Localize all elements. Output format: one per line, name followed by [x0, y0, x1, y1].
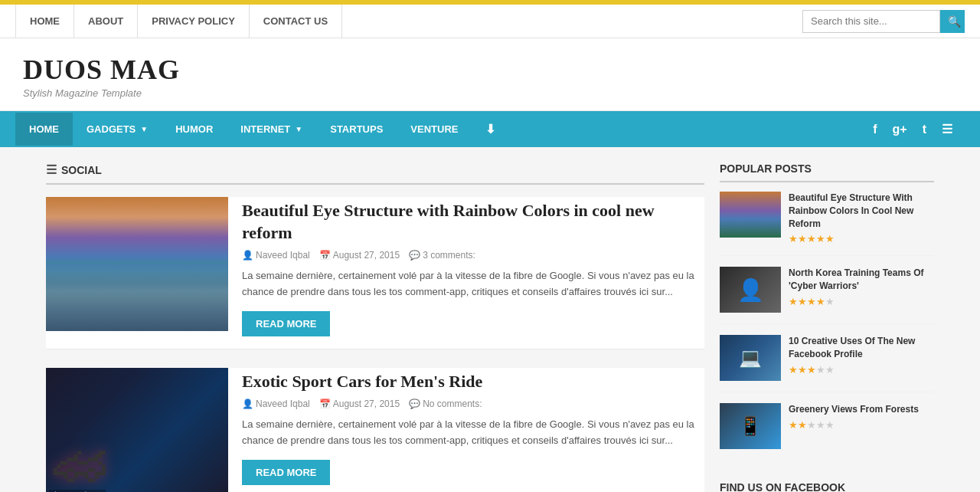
- nav-item-internet[interactable]: INTERNET ▼: [227, 113, 316, 146]
- popular-post-1: Beautiful Eye Structure With Rainbow Col…: [720, 192, 934, 256]
- star-empty-3: ★★: [816, 364, 835, 376]
- section-heading-social: ☰ SOCIAL: [46, 162, 704, 185]
- bars-icon: ☰: [46, 162, 57, 177]
- main-content: ☰ SOCIAL Beautiful Eye Structure with Ra…: [46, 162, 704, 492]
- article-title-1[interactable]: Beautiful Eye Structure with Rainbow Col…: [242, 200, 704, 244]
- stars-1: ★★★★★: [789, 233, 934, 244]
- pop-thumb-2: 👤: [720, 267, 781, 313]
- stars-4: ★★★★★: [789, 419, 934, 431]
- pop-title-2[interactable]: North Korea Training Teams Of 'Cyber War…: [789, 267, 934, 293]
- article-meta-2: 👤 Naveed Iqbal 📅 August 27, 2015 💬 No co…: [242, 399, 704, 409]
- download-icon: ⬇: [485, 122, 495, 136]
- facebook-section: FIND US ON FACEBOOK: [720, 481, 934, 492]
- facebook-icon-link[interactable]: f: [868, 116, 881, 143]
- calendar-icon-2: 📅: [319, 399, 331, 409]
- nav-item-startups[interactable]: STARTUPS: [316, 113, 397, 146]
- twitter-icon-link[interactable]: t: [918, 116, 931, 143]
- thumb-mountain-img: [46, 197, 228, 331]
- top-bar: HOME ABOUT PRIVACY POLICY CONTACT US 🔍: [0, 5, 980, 38]
- sthumb-phone-4: 📱: [720, 403, 781, 449]
- nav-item-home[interactable]: HOME: [15, 113, 73, 146]
- main-nav: HOME GADGETS ▼ HUMOR INTERNET ▼ STARTUPS…: [0, 111, 980, 147]
- popular-post-3: 💻 10 Creative Uses Of The New Facebook P…: [720, 335, 934, 392]
- author-1: 👤 Naveed Iqbal: [242, 250, 310, 261]
- thumb-car-img: shutterstock.com: [46, 368, 228, 492]
- pop-title-1[interactable]: Beautiful Eye Structure With Rainbow Col…: [789, 192, 934, 230]
- article-meta-1: 👤 Naveed Iqbal 📅 August 27, 2015 💬 3 com…: [242, 250, 704, 261]
- section-label: SOCIAL: [61, 164, 102, 176]
- nav-item-venture[interactable]: VENTURE: [397, 113, 472, 146]
- main-nav-left: HOME GADGETS ▼ HUMOR INTERNET ▼ STARTUPS…: [15, 111, 509, 147]
- article-excerpt-2: La semaine dernière, certainement volé p…: [242, 417, 704, 449]
- date-2: 📅 August 27, 2015: [319, 399, 400, 409]
- pop-thumb-1: [720, 192, 781, 238]
- search-wrap: 🔍: [802, 10, 965, 33]
- search-input[interactable]: [802, 10, 940, 33]
- date-1: 📅 August 27, 2015: [319, 250, 400, 261]
- author-icon: 👤: [242, 250, 253, 261]
- nav-privacy[interactable]: PRIVACY POLICY: [138, 5, 250, 38]
- popular-post-2: 👤 North Korea Training Teams Of 'Cyber W…: [720, 267, 934, 324]
- googleplus-icon-link[interactable]: g+: [888, 116, 912, 143]
- article-thumb-2: shutterstock.com: [46, 368, 228, 492]
- site-title: DUOS MAG: [23, 54, 957, 86]
- social-icons: f g+ t ☰: [868, 116, 965, 143]
- pop-info-3: 10 Creative Uses Of The New Facebook Pro…: [789, 335, 934, 381]
- comments-1: 💬 3 comments:: [409, 250, 475, 261]
- pop-title-4[interactable]: Greenery Views From Forests: [789, 403, 934, 416]
- article-card-2: shutterstock.com Exotic Sport Cars for M…: [46, 368, 704, 492]
- star-empty: ★: [825, 296, 835, 307]
- pop-thumb-3: 💻: [720, 335, 781, 381]
- chevron-icon: ▼: [295, 125, 302, 133]
- sthumb-computer-3: 💻: [720, 335, 781, 381]
- article-excerpt-1: La semaine dernière, certainement volé p…: [242, 268, 704, 300]
- chevron-icon: ▼: [140, 125, 148, 133]
- comments-2: 💬 No comments:: [409, 399, 482, 409]
- comment-icon-2: 💬: [409, 399, 420, 409]
- rss-icon-link[interactable]: ☰: [937, 116, 957, 143]
- site-subtitle: Stylish Magazine Template: [23, 87, 957, 99]
- comment-icon: 💬: [409, 250, 420, 261]
- popular-posts-section: POPULAR POSTS Beautiful Eye Structure Wi…: [720, 162, 934, 460]
- stars-3: ★★★★★: [789, 364, 934, 376]
- pop-thumb-4: 📱: [720, 403, 781, 449]
- pop-info-1: Beautiful Eye Structure With Rainbow Col…: [789, 192, 934, 244]
- search-button[interactable]: 🔍: [940, 10, 965, 33]
- facebook-heading: FIND US ON FACEBOOK: [720, 481, 934, 492]
- article-title-2[interactable]: Exotic Sport Cars for Men's Ride: [242, 371, 704, 393]
- stars-2: ★★★★★: [789, 296, 934, 307]
- article-card-1: Beautiful Eye Structure with Rainbow Col…: [46, 197, 704, 349]
- read-more-btn-1[interactable]: READ MORE: [242, 311, 330, 336]
- pop-title-3[interactable]: 10 Creative Uses Of The New Facebook Pro…: [789, 335, 934, 361]
- nav-about[interactable]: ABOUT: [74, 5, 138, 38]
- top-nav: HOME ABOUT PRIVACY POLICY CONTACT US: [15, 5, 342, 38]
- article-body-1: Beautiful Eye Structure with Rainbow Col…: [242, 197, 704, 336]
- nav-item-download[interactable]: ⬇: [472, 111, 509, 147]
- nav-item-humor[interactable]: HUMOR: [162, 113, 227, 146]
- popular-posts-heading: POPULAR POSTS: [720, 162, 934, 182]
- star-empty-4: ★★★: [807, 419, 835, 431]
- sidebar: POPULAR POSTS Beautiful Eye Structure Wi…: [720, 162, 934, 492]
- read-more-btn-2[interactable]: READ MORE: [242, 460, 330, 485]
- nav-item-gadgets[interactable]: GADGETS ▼: [73, 113, 162, 146]
- sthumb-mountain-1: [720, 192, 781, 238]
- author-2: 👤 Naveed Iqbal: [242, 399, 310, 409]
- article-body-2: Exotic Sport Cars for Men's Ride 👤 Navee…: [242, 368, 704, 492]
- popular-post-4: 📱 Greenery Views From Forests ★★★★★: [720, 403, 934, 460]
- page-wrapper: ☰ SOCIAL Beautiful Eye Structure with Ra…: [31, 147, 949, 492]
- article-thumb-1: [46, 197, 228, 331]
- site-header: DUOS MAG Stylish Magazine Template: [0, 38, 980, 111]
- calendar-icon: 📅: [319, 250, 331, 261]
- pop-info-2: North Korea Training Teams Of 'Cyber War…: [789, 267, 934, 313]
- pop-info-4: Greenery Views From Forests ★★★★★: [789, 403, 934, 449]
- author-icon-2: 👤: [242, 399, 253, 409]
- sthumb-person-2: 👤: [720, 267, 781, 313]
- nav-contact[interactable]: CONTACT US: [250, 5, 342, 38]
- nav-home[interactable]: HOME: [15, 5, 74, 38]
